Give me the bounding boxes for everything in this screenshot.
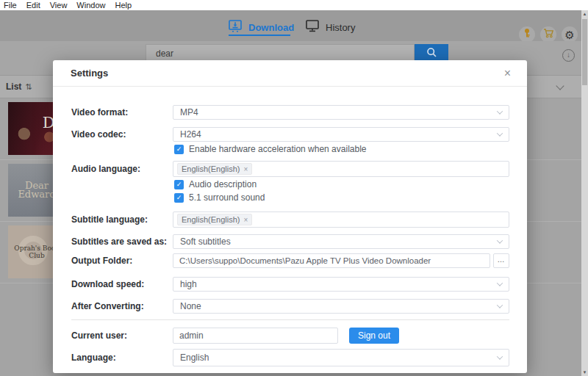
chevron-down-icon xyxy=(497,130,503,136)
dialog-body: Video format: MP4 Video codec: H264 ✓ En… xyxy=(53,87,527,366)
after-converting-label: After Converting: xyxy=(71,301,173,311)
settings-button[interactable]: ⚙ xyxy=(562,26,578,43)
language-label: Language: xyxy=(71,352,173,363)
video-codec-label: Video codec: xyxy=(71,129,173,140)
row-language: Language: English xyxy=(71,349,509,366)
subtitles-saved-as-label: Subtitles are saved as: xyxy=(71,236,173,247)
video-format-value: MP4 xyxy=(180,107,198,118)
row-subtitles-saved-as: Subtitles are saved as: Soft subtitles xyxy=(71,234,509,249)
menu-edit[interactable]: Edit xyxy=(26,1,40,10)
dialog-header: Settings × xyxy=(53,60,527,87)
row-subtitle-language: Subtitle language: English(English) × xyxy=(71,212,509,228)
list-header-label: List xyxy=(6,82,21,92)
section-divider xyxy=(71,319,509,320)
cart-icon xyxy=(543,28,554,41)
language-tag-text: English(English) xyxy=(182,215,240,224)
row-video-codec: Video codec: H264 xyxy=(71,127,509,142)
tab-history[interactable]: History xyxy=(306,18,355,37)
active-tab-indicator xyxy=(229,35,290,36)
chevron-down-icon xyxy=(497,280,503,286)
scrollbar-thumb[interactable] xyxy=(582,19,587,85)
dialog-title: Settings xyxy=(71,68,108,79)
row-after-converting: After Converting: None xyxy=(71,299,509,314)
surround-sound-checkbox[interactable]: ✓ xyxy=(174,193,184,203)
audio-description-label: Audio description xyxy=(189,179,257,189)
row-download-speed: Download speed: high xyxy=(71,277,509,292)
current-user-input[interactable] xyxy=(173,328,338,344)
language-select[interactable]: English xyxy=(173,349,509,366)
download-speed-label: Download speed: xyxy=(71,279,173,289)
hw-accel-checkbox[interactable]: ✓ xyxy=(174,145,184,154)
audio-language-select[interactable]: English(English) × xyxy=(173,161,509,177)
audio-language-label: Audio language: xyxy=(71,164,173,174)
chevron-down-icon xyxy=(497,108,503,114)
tab-history-label: History xyxy=(326,22,355,33)
register-key-button[interactable] xyxy=(519,26,535,43)
menu-help[interactable]: Help xyxy=(115,1,132,10)
circle-down-arrow-icon: ↓ xyxy=(567,51,570,59)
language-tag: English(English) × xyxy=(177,214,252,225)
row-audio-language: Audio language: English(English) × xyxy=(71,161,509,177)
download-queue-button[interactable]: ↓ xyxy=(562,49,575,62)
current-user-label: Current user: xyxy=(71,330,173,341)
hw-accel-label: Enable hardware acceleration when availa… xyxy=(189,144,367,154)
scroll-up-icon[interactable]: ▲ xyxy=(581,10,588,18)
search-icon xyxy=(426,47,437,60)
language-tag: English(English) × xyxy=(177,163,252,175)
subtitles-saved-as-select[interactable]: Soft subtitles xyxy=(173,234,509,249)
key-icon xyxy=(522,28,532,41)
after-converting-value: None xyxy=(180,301,201,311)
surround-sound-label: 5.1 surround sound xyxy=(189,192,265,203)
video-codec-value: H264 xyxy=(180,129,201,140)
chevron-down-icon xyxy=(497,237,503,243)
history-icon xyxy=(306,20,320,35)
row-video-format: Video format: MP4 xyxy=(71,105,509,120)
download-icon xyxy=(229,20,243,35)
output-folder-input[interactable]: C:\Users\suppo\Documents\Pazu Apple TV P… xyxy=(173,253,490,268)
video-codec-select[interactable]: H264 xyxy=(173,127,509,142)
menu-view[interactable]: View xyxy=(50,1,68,10)
app-header: Download History xyxy=(0,10,588,41)
row-audio-description: ✓ Audio description xyxy=(174,179,509,189)
audio-description-checkbox[interactable]: ✓ xyxy=(174,180,184,189)
subtitle-language-label: Subtitle language: xyxy=(71,214,173,225)
output-folder-label: Output Folder: xyxy=(71,256,173,266)
vertical-scrollbar[interactable]: ▲ ▼ xyxy=(581,10,588,376)
menu-window[interactable]: Window xyxy=(76,1,105,10)
row-output-folder: Output Folder: C:\Users\suppo\Documents\… xyxy=(71,253,509,268)
gear-icon: ⚙ xyxy=(564,29,574,40)
menu-file[interactable]: File xyxy=(4,1,17,10)
store-cart-button[interactable] xyxy=(540,26,556,43)
row-hw-accel: ✓ Enable hardware acceleration when avai… xyxy=(174,144,509,154)
tag-remove-icon[interactable]: × xyxy=(243,216,248,224)
download-speed-select[interactable]: high xyxy=(173,277,509,292)
language-value: English xyxy=(180,352,209,363)
menu-bar: File Edit View Window Help xyxy=(0,0,588,10)
after-converting-select[interactable]: None xyxy=(173,299,509,314)
tag-remove-icon[interactable]: × xyxy=(243,165,248,173)
download-speed-value: high xyxy=(180,279,197,289)
video-format-select[interactable]: MP4 xyxy=(173,105,509,120)
tab-download-label: Download xyxy=(248,22,294,33)
settings-dialog: Settings × Video format: MP4 Video codec… xyxy=(53,60,527,373)
chevron-down-icon xyxy=(497,302,503,308)
language-tag-text: English(English) xyxy=(182,164,240,173)
sort-icon[interactable]: ⇅ xyxy=(25,82,32,92)
video-format-label: Video format: xyxy=(71,107,173,118)
chevron-down-icon xyxy=(497,353,503,359)
sign-out-button[interactable]: Sign out xyxy=(349,328,399,344)
row-surround-sound: ✓ 5.1 surround sound xyxy=(174,192,509,203)
scroll-down-icon[interactable]: ▼ xyxy=(581,369,588,376)
browse-folder-button[interactable]: … xyxy=(493,253,509,268)
row-current-user: Current user: Sign out xyxy=(71,328,509,344)
subtitles-saved-as-value: Soft subtitles xyxy=(180,236,231,247)
close-icon[interactable]: × xyxy=(504,68,511,79)
subtitle-language-select[interactable]: English(English) × xyxy=(173,212,509,228)
